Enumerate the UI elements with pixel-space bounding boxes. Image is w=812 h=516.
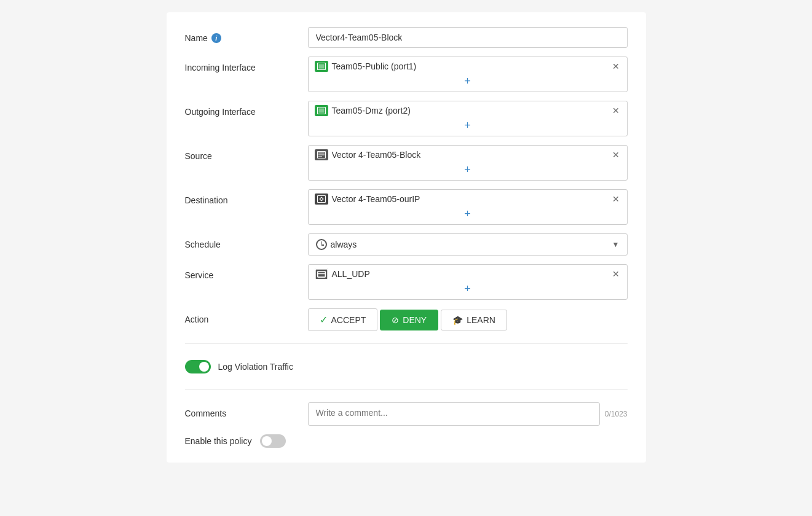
schedule-select[interactable]: always ▼ <box>308 233 628 256</box>
outgoing-network-icon <box>315 105 328 116</box>
deny-label: DENY <box>403 315 427 325</box>
source-box: Vector 4-Team05-Block ✕ + <box>308 145 628 181</box>
name-label-text: Name <box>185 33 208 43</box>
outgoing-interface-tag: Team05-Dmz (port2) <box>315 105 411 116</box>
log-violation-toggle[interactable] <box>185 360 211 373</box>
destination-add-btn[interactable]: + <box>315 207 621 221</box>
service-icon <box>315 268 328 280</box>
svg-rect-9 <box>315 268 327 279</box>
learn-label: LEARN <box>467 315 495 325</box>
deny-circle-icon: ⊘ <box>392 315 399 325</box>
source-field: Vector 4-Team05-Block ✕ + <box>308 145 628 181</box>
accept-check-icon: ✓ <box>320 314 328 326</box>
destination-address-icon <box>315 194 328 205</box>
destination-box: Vector 4-Team05-ourIP ✕ + <box>308 189 628 225</box>
incoming-interface-remove-btn[interactable]: ✕ <box>611 61 621 71</box>
name-label: Name i <box>185 27 308 43</box>
outgoing-interface-label: Outgoing Interface <box>185 101 308 117</box>
schedule-row: Schedule always ▼ <box>185 233 628 256</box>
learn-button[interactable]: 🎓 LEARN <box>441 310 507 330</box>
comments-row: Comments 0/1023 <box>185 402 628 426</box>
incoming-interface-add-btn[interactable]: + <box>315 74 621 88</box>
log-violation-slider <box>185 360 211 373</box>
service-add-btn[interactable]: + <box>315 282 621 295</box>
service-row: Service ALL_UDP ✕ <box>185 264 628 300</box>
destination-tag: Vector 4-Team05-ourIP <box>315 194 420 205</box>
service-tag: ALL_UDP <box>315 268 370 280</box>
enable-policy-label: Enable this policy <box>185 436 252 446</box>
action-row: Action ✓ ACCEPT ⊘ DENY 🎓 LEARN <box>185 308 628 331</box>
outgoing-interface-tag-row: Team05-Dmz (port2) ✕ <box>315 105 621 116</box>
outgoing-interface-box: Team05-Dmz (port2) ✕ + <box>308 101 628 136</box>
source-value: Vector 4-Team05-Block <box>332 150 421 160</box>
outgoing-interface-row: Outgoing Interface Team05-Dmz (port2) ✕ <box>185 101 628 136</box>
schedule-label: Schedule <box>185 233 308 249</box>
service-label: Service <box>185 264 308 280</box>
incoming-interface-label: Incoming Interface <box>185 57 308 72</box>
name-input[interactable] <box>308 27 628 48</box>
destination-row: Destination Vector 4-Team05-ourIP <box>185 189 628 225</box>
learn-cap-icon: 🎓 <box>452 315 463 325</box>
log-violation-row: Log Violation Traffic <box>185 356 628 377</box>
svg-rect-10 <box>317 271 325 276</box>
service-tag-row: ALL_UDP ✕ <box>315 268 621 280</box>
enable-policy-slider <box>260 434 286 448</box>
outgoing-interface-value: Team05-Dmz (port2) <box>332 106 411 115</box>
schedule-value: always <box>331 240 357 249</box>
name-field <box>308 27 628 48</box>
section-divider <box>185 343 628 344</box>
section-divider-2 <box>185 389 628 390</box>
source-tag-row: Vector 4-Team05-Block ✕ <box>315 149 621 160</box>
destination-field: Vector 4-Team05-ourIP ✕ + <box>308 189 628 225</box>
schedule-dropdown-arrow: ▼ <box>612 240 620 249</box>
accept-button[interactable]: ✓ ACCEPT <box>308 308 378 331</box>
source-add-btn[interactable]: + <box>315 163 621 176</box>
service-box: ALL_UDP ✕ + <box>308 264 628 300</box>
deny-button[interactable]: ⊘ DENY <box>380 310 438 330</box>
source-address-icon <box>315 149 328 160</box>
destination-tag-row: Vector 4-Team05-ourIP ✕ <box>315 194 621 205</box>
incoming-interface-box: Team05-Public (port1) ✕ + <box>308 57 628 92</box>
incoming-interface-tag: Team05-Public (port1) <box>315 61 417 72</box>
svg-rect-3 <box>318 109 324 113</box>
incoming-network-icon <box>315 61 328 72</box>
name-info-icon[interactable]: i <box>211 33 221 43</box>
enable-policy-row: Enable this policy <box>185 434 628 448</box>
outgoing-interface-field: Team05-Dmz (port2) ✕ + <box>308 101 628 136</box>
destination-remove-btn[interactable]: ✕ <box>611 194 621 204</box>
comments-label: Comments <box>185 402 308 418</box>
comments-char-count: 0/1023 <box>605 410 628 418</box>
schedule-icon <box>316 239 327 250</box>
service-value: ALL_UDP <box>332 269 370 279</box>
log-violation-label: Log Violation Traffic <box>218 362 293 372</box>
incoming-interface-value: Team05-Public (port1) <box>332 61 417 71</box>
action-label: Action <box>185 308 308 324</box>
comments-field: 0/1023 <box>308 402 628 426</box>
comments-input[interactable] <box>308 402 600 426</box>
svg-rect-8 <box>317 196 325 203</box>
accept-label: ACCEPT <box>331 315 366 325</box>
outgoing-interface-remove-btn[interactable]: ✕ <box>611 106 621 115</box>
enable-policy-toggle[interactable] <box>260 434 286 448</box>
schedule-select-left: always <box>316 239 357 250</box>
source-tag: Vector 4-Team05-Block <box>315 149 421 160</box>
comments-wrapper: 0/1023 <box>308 402 628 426</box>
destination-label: Destination <box>185 189 308 205</box>
outgoing-interface-add-btn[interactable]: + <box>315 119 621 132</box>
source-label: Source <box>185 145 308 161</box>
source-remove-btn[interactable]: ✕ <box>611 150 621 160</box>
destination-value: Vector 4-Team05-ourIP <box>332 194 420 204</box>
svg-rect-1 <box>318 64 324 69</box>
incoming-interface-row: Incoming Interface Team05-Public (port1) <box>185 57 628 92</box>
service-field: ALL_UDP ✕ + <box>308 264 628 300</box>
action-field: ✓ ACCEPT ⊘ DENY 🎓 LEARN <box>308 308 628 331</box>
action-buttons: ✓ ACCEPT ⊘ DENY 🎓 LEARN <box>308 308 628 331</box>
name-row: Name i <box>185 27 628 48</box>
incoming-interface-tag-row: Team05-Public (port1) ✕ <box>315 61 621 72</box>
source-row: Source Vector 4-Team05-Bloc <box>185 145 628 181</box>
incoming-interface-field: Team05-Public (port1) ✕ + <box>308 57 628 92</box>
policy-form: Name i Incoming Interface <box>167 12 646 463</box>
schedule-field: always ▼ <box>308 233 628 256</box>
service-remove-btn[interactable]: ✕ <box>611 269 621 279</box>
